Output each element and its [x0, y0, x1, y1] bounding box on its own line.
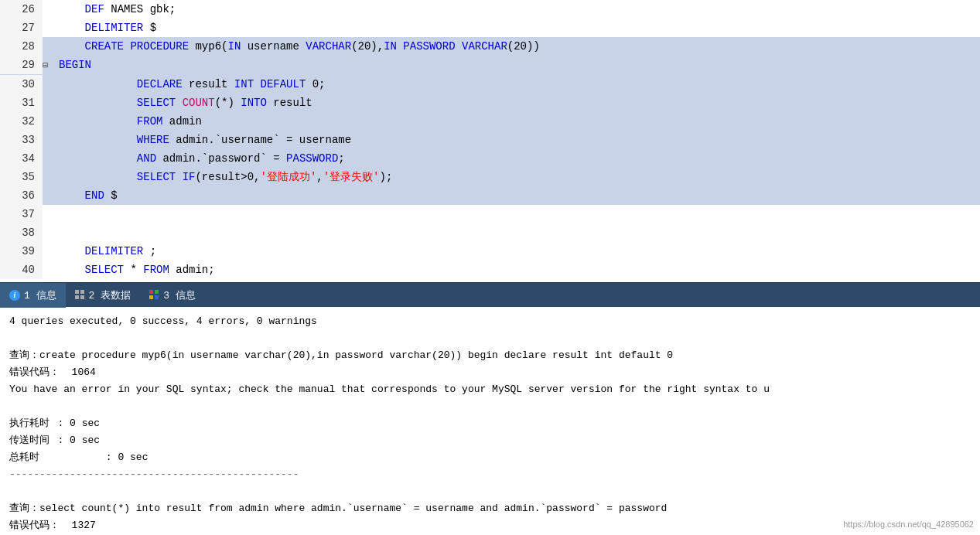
tab-info3[interactable]: 3 信息	[140, 283, 205, 308]
code-line-38: 38	[0, 223, 980, 242]
tab-bar: i 1 信息 2 表数据 3 信息	[0, 282, 980, 307]
collapse-29[interactable]: ⊟	[43, 56, 55, 75]
code-line-27: 27 DELIMITER $	[0, 19, 980, 37]
output-time1-send: 传送时间 : 0 sec	[9, 432, 971, 449]
tab-tabledata-label: 2 表数据	[89, 288, 131, 302]
code-line-34: 34 AND admin.`password` = PASSWORD;	[0, 149, 980, 168]
code-line-26: 26 DEF NAMES gbk;	[0, 0, 980, 19]
code-line-35: 35 SELECT IF(result>0,'登陆成功','登录失败');	[0, 168, 980, 186]
line-num-36: 36	[0, 186, 43, 205]
ci-red	[149, 290, 153, 294]
line-content-31: SELECT COUNT(*) INTO result	[55, 94, 980, 112]
line-num-39: 39	[0, 242, 43, 261]
query2-label: 查询：	[9, 503, 39, 514]
kw-if: IF	[183, 171, 196, 183]
code-line-33: 33 WHERE admin.`username` = username	[0, 131, 980, 149]
line-num-33: 33	[0, 131, 43, 149]
ci-green	[155, 290, 159, 294]
code-line-31: 31 SELECT COUNT(*) INTO result	[0, 94, 980, 112]
output-blank3	[9, 483, 971, 500]
line-content-27: DELIMITER $	[55, 19, 980, 37]
line-content-35: SELECT IF(result>0,'登陆成功','登录失败');	[55, 168, 980, 186]
line-content-34: AND admin.`password` = PASSWORD;	[55, 149, 980, 168]
output-divider: ----------------------------------------…	[9, 466, 971, 483]
tab-info1-label: 1 信息	[24, 288, 56, 302]
kw-in2: IN	[384, 40, 397, 53]
line-num-35: 35	[0, 168, 43, 186]
kw-into: INTO	[241, 97, 267, 109]
output-query2: 查询：select count(*) into result from admi…	[9, 500, 971, 517]
code-line-32: 32 FROM admin	[0, 112, 980, 131]
kw-select3: SELECT	[85, 264, 124, 276]
query2-text: select count(*) into result from admin w…	[39, 503, 667, 514]
line-content-33: WHERE admin.`username` = username	[55, 131, 980, 149]
output-time1-exec: 执行耗时 : 0 sec	[9, 415, 971, 432]
info-icon: i	[9, 290, 20, 301]
table-cell-1	[75, 290, 79, 294]
line-content-30: DECLARE result INT DEFAULT 0;	[55, 75, 980, 94]
code-line-28: 28 CREATE PROCEDURE myp6(IN username VAR…	[0, 37, 980, 56]
kw-in1: IN	[227, 40, 241, 53]
kw-select: SELECT	[137, 97, 176, 109]
kw-from: FROM	[137, 115, 163, 128]
line-num-30: 30	[0, 75, 43, 94]
line-num-37: 37	[0, 205, 43, 223]
kw-count: COUNT	[183, 97, 215, 109]
line-num-31: 31	[0, 94, 43, 112]
tab-info3-label: 3 信息	[163, 288, 196, 302]
code-lines: 26 DEF NAMES gbk; 27 DELIMITER $ 28 CREA…	[0, 0, 980, 279]
kw-and: AND	[137, 152, 156, 165]
output-error1: 错误代码： 1064	[9, 364, 971, 381]
query1-label: 查询：	[9, 349, 39, 361]
line-num-38: 38	[0, 223, 43, 242]
query1-text: create procedure myp6(in username varcha…	[39, 349, 673, 361]
kw-begin: BEGIN	[59, 59, 91, 71]
output-time1-total: 总耗时 : 0 sec	[9, 449, 971, 466]
table-cell-3	[75, 295, 79, 299]
kw-declare: DECLARE	[137, 78, 183, 90]
output-error1-msg: You have an error in your SQL syntax; ch…	[9, 381, 971, 398]
tab-info1[interactable]: i 1 信息	[0, 283, 66, 308]
kw-end: END	[85, 189, 104, 202]
watermark: https://blog.csdn.net/qq_42895062	[843, 520, 974, 529]
error1-code: 1064	[72, 366, 96, 378]
output-area: 4 queries executed, 0 success, 4 errors,…	[0, 307, 980, 535]
output-blank2	[9, 398, 971, 415]
line-content-32: FROM admin	[55, 112, 980, 131]
kw-create: CREATE	[85, 40, 124, 53]
line-num-26: 26	[0, 0, 43, 19]
error2-label: 错误代码：	[9, 520, 60, 531]
kw-varchar1: VARCHAR	[306, 40, 351, 53]
tab-tabledata[interactable]: 2 表数据	[66, 283, 141, 308]
output-query1: 查询：create procedure myp6(in username var…	[9, 347, 971, 364]
error1-label: 错误代码：	[9, 366, 60, 378]
kw-procedure: PROCEDURE	[130, 40, 189, 53]
kw-select2: SELECT	[137, 171, 176, 183]
colorful-icon	[149, 290, 159, 300]
line-content-39: DELIMITER ;	[55, 242, 980, 261]
kw-delimiter: DELIMITER	[85, 22, 144, 34]
line-content-29: BEGIN	[55, 56, 980, 74]
line-content-40: SELECT * FROM admin;	[55, 261, 980, 279]
code-editor: 26 DEF NAMES gbk; 27 DELIMITER $ 28 CREA…	[0, 0, 980, 282]
line-num-32: 32	[0, 112, 43, 131]
error2-code: 1327	[72, 520, 96, 531]
str-fail: '登录失败'	[323, 171, 380, 183]
line-num-27: 27	[0, 19, 43, 37]
line-num-34: 34	[0, 149, 43, 168]
kw-int: INT	[234, 78, 254, 90]
kw-delimiter2: DELIMITER	[85, 245, 144, 257]
kw-password-kw: PASSWORD	[403, 40, 455, 53]
table-cell-4	[80, 295, 84, 299]
code-line-39: 39 DELIMITER ;	[0, 242, 980, 261]
kw-password2: PASSWORD	[286, 152, 338, 165]
kw-def: DEF	[85, 3, 104, 15]
code-line-29: 29 ⊟ BEGIN	[0, 56, 980, 75]
line-num-29: 29	[0, 56, 43, 74]
line-content-26: DEF NAMES gbk;	[55, 0, 980, 19]
kw-varchar2: VARCHAR	[462, 40, 507, 53]
code-line-40: 40 SELECT * FROM admin;	[0, 261, 980, 279]
ci-yellow	[149, 295, 153, 299]
kw-default: DEFAULT	[260, 78, 306, 90]
code-line-37: 37	[0, 205, 980, 223]
